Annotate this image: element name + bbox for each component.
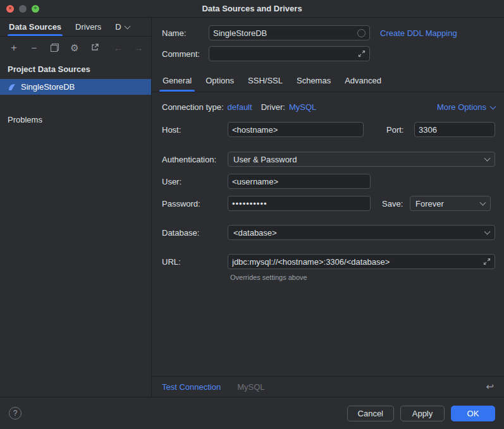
password-input[interactable]	[232, 196, 366, 210]
database-label: Database:	[162, 228, 228, 238]
data-sources-dialog: × + Data Sources and Drivers Data Source…	[0, 0, 504, 429]
url-input[interactable]	[232, 255, 481, 269]
dialog-footer: ? Cancel Apply OK	[0, 397, 504, 429]
sidebar-toolbar: + − ⚙ ← →	[0, 37, 151, 58]
password-field	[228, 196, 371, 211]
open-in-editor-icon[interactable]	[90, 42, 100, 52]
back-arrow-icon[interactable]: ←	[113, 42, 123, 52]
tab-data-sources[interactable]: Data Sources	[8, 18, 63, 36]
database-combobox[interactable]: <database>	[228, 225, 495, 240]
project-data-sources-header: Project Data Sources	[0, 58, 151, 79]
authentication-select[interactable]: User & Password	[228, 152, 495, 167]
driver-label: Driver:	[261, 102, 285, 112]
name-input[interactable]	[213, 26, 355, 40]
problems-section-label[interactable]: Problems	[0, 115, 151, 124]
tab-schemas[interactable]: Schemas	[290, 70, 338, 92]
comment-field	[209, 46, 370, 61]
user-label: User:	[162, 177, 228, 186]
chevron-down-icon	[480, 200, 486, 206]
main-panel: Name: Create DDL Mapping Comment:	[152, 18, 504, 397]
data-source-item-singlestoredb[interactable]: SingleStoreDB	[0, 79, 151, 95]
test-connection-link[interactable]: Test Connection	[162, 382, 221, 392]
tab-ssh-ssl[interactable]: SSH/SSL	[241, 70, 290, 92]
window-title: Data Sources and Drivers	[0, 4, 504, 13]
zoom-window-button[interactable]: +	[32, 5, 39, 13]
create-ddl-mapping-link[interactable]: Create DDL Mapping	[380, 28, 457, 38]
duplicate-icon[interactable]	[49, 42, 59, 52]
tab-drivers-label: Drivers	[75, 22, 101, 32]
url-hint: Overrides settings above	[230, 274, 495, 281]
singlestore-icon	[8, 83, 16, 92]
url-label: URL:	[162, 257, 228, 267]
user-input[interactable]	[232, 174, 366, 188]
name-label: Name:	[162, 28, 209, 38]
tab-overflow[interactable]: D	[114, 18, 130, 36]
duplicate-glyph	[51, 44, 59, 52]
tab-general[interactable]: General	[156, 70, 199, 92]
url-field	[228, 254, 495, 269]
tab-advanced[interactable]: Advanced	[338, 70, 388, 92]
expand-icon[interactable]	[483, 258, 491, 265]
host-field	[228, 122, 364, 137]
undo-icon[interactable]: ↩	[486, 381, 494, 392]
sidebar-tabs: Data Sources Drivers D	[0, 18, 151, 37]
tab-options[interactable]: Options	[199, 70, 241, 92]
port-input[interactable]	[419, 123, 491, 136]
help-icon[interactable]: ?	[9, 407, 22, 420]
ok-button[interactable]: OK	[451, 406, 495, 421]
remove-data-source-icon[interactable]: −	[29, 42, 39, 52]
add-data-source-icon[interactable]: +	[9, 42, 19, 52]
connection-footer: Test Connection MySQL ↩	[152, 376, 504, 397]
port-label: Port:	[375, 125, 414, 135]
chevron-down-icon	[490, 103, 496, 109]
tab-drivers[interactable]: Drivers	[74, 18, 102, 36]
database-value: <database>	[233, 228, 485, 238]
password-label: Password:	[162, 199, 228, 208]
connection-type-label: Connection type:	[162, 102, 224, 112]
chevron-down-icon[interactable]	[124, 23, 130, 29]
tab-data-sources-label: Data Sources	[9, 22, 61, 32]
sidebar: Data Sources Drivers D + − ⚙ ←	[0, 18, 152, 397]
gear-icon[interactable]: ⚙	[70, 42, 80, 52]
save-select[interactable]: Forever	[410, 196, 491, 211]
tab-overflow-label: D	[115, 22, 121, 32]
window-controls: × +	[6, 5, 39, 13]
name-status-icon	[357, 29, 366, 37]
more-options-label: More Options	[437, 102, 486, 112]
host-input[interactable]	[232, 123, 359, 136]
chevron-down-icon	[484, 155, 491, 162]
apply-button[interactable]: Apply	[400, 406, 445, 421]
comment-input[interactable]	[213, 47, 355, 61]
close-window-button[interactable]: ×	[6, 5, 14, 13]
name-field	[209, 25, 370, 40]
titlebar: × + Data Sources and Drivers	[0, 0, 504, 18]
save-label: Save:	[371, 199, 410, 208]
more-options-link[interactable]: More Options	[437, 102, 495, 112]
settings-tabs: General Options SSH/SSL Schemas Advanced	[152, 70, 504, 92]
driver-link[interactable]: MySQL	[289, 102, 316, 112]
host-label: Host:	[162, 125, 228, 135]
comment-label: Comment:	[162, 49, 209, 59]
port-field	[414, 122, 495, 137]
user-field	[228, 174, 371, 189]
chevron-down-icon	[484, 229, 491, 235]
minimize-window-button	[19, 5, 27, 13]
cancel-button[interactable]: Cancel	[347, 406, 394, 421]
forward-arrow-icon[interactable]: →	[133, 42, 144, 52]
authentication-value: User & Password	[233, 155, 485, 164]
driver-name-status: MySQL	[237, 382, 264, 392]
authentication-label: Authentication:	[162, 155, 228, 164]
expand-icon[interactable]	[358, 50, 366, 57]
data-source-label: SingleStoreDB	[21, 82, 75, 92]
connection-type-link[interactable]: default	[228, 102, 252, 112]
save-value: Forever	[415, 199, 481, 208]
